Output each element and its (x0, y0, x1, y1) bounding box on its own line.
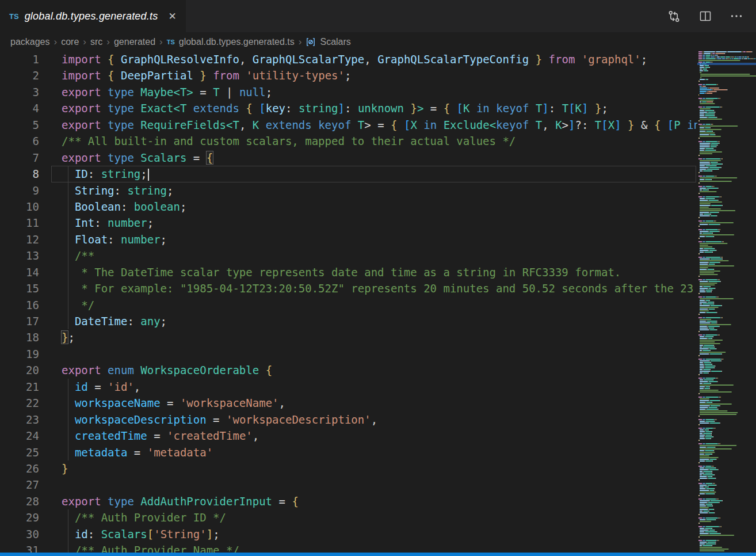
line-number[interactable]: 3 (0, 84, 39, 100)
code-line-1[interactable]: 1import { GraphQLResolveInfo, GraphQLSca… (0, 51, 697, 67)
line-number[interactable]: 18 (0, 329, 39, 345)
indent-guide (68, 379, 68, 395)
line-number[interactable]: 29 (0, 509, 39, 525)
code-line-30[interactable]: 30 id: Scalars['String']; (0, 526, 697, 542)
line-number[interactable]: 28 (0, 493, 39, 509)
code-text: String: string; (62, 182, 174, 199)
indent-guide (68, 526, 68, 542)
code-text: /** (62, 247, 94, 264)
code-editor: 1import { GraphQLResolveInfo, GraphQLSca… (0, 51, 756, 556)
code-text: /** Auth Provider ID */ (62, 509, 226, 525)
chevron-right-icon: › (106, 36, 110, 48)
code-text: import { DeepPartial } from 'utility-typ… (62, 67, 351, 83)
line-number[interactable]: 30 (0, 526, 39, 542)
line-number[interactable]: 1 (0, 51, 39, 67)
code-line-7[interactable]: 7export type Scalars = { (0, 150, 697, 166)
code-text: export type AddAuthProviderInput = { (62, 493, 299, 509)
code-viewport[interactable]: 1import { GraphQLResolveInfo, GraphQLSca… (0, 51, 697, 556)
breadcrumb-item-packages[interactable]: packages (10, 37, 50, 47)
line-number[interactable]: 9 (0, 182, 39, 199)
code-line-11[interactable]: 11 Int: number; (0, 215, 697, 231)
line-number[interactable]: 22 (0, 395, 39, 411)
code-line-25[interactable]: 25 metadata = 'metadata' (0, 444, 697, 460)
indent-guide (68, 280, 68, 296)
breadcrumb-item-core[interactable]: core (61, 37, 79, 47)
code-line-9[interactable]: 9 String: string; (0, 182, 697, 199)
code-line-28[interactable]: 28export type AddAuthProviderInput = { (0, 493, 697, 509)
line-number[interactable]: 8 (0, 166, 39, 182)
code-line-5[interactable]: 5export type RequireFields<T, K extends … (0, 117, 697, 133)
line-number[interactable]: 27 (0, 477, 39, 493)
code-text: /** All built-in and custom scalars, map… (62, 133, 516, 149)
line-number[interactable]: 15 (0, 280, 39, 296)
code-line-10[interactable]: 10 Boolean: boolean; (0, 199, 697, 215)
code-line-2[interactable]: 2import { DeepPartial } from 'utility-ty… (0, 67, 697, 83)
line-number[interactable]: 2 (0, 67, 39, 83)
code-text: export type Scalars = { (62, 150, 213, 166)
code-line-13[interactable]: 13 /** (0, 247, 697, 264)
code-text: export type RequireFields<T, K extends k… (62, 117, 697, 133)
code-line-26[interactable]: 26} (0, 460, 697, 477)
code-line-3[interactable]: 3export type Maybe<T> = T | null; (0, 84, 697, 100)
line-number[interactable]: 7 (0, 150, 39, 166)
code-line-20[interactable]: 20export enum WorkspaceOrderable { (0, 362, 697, 378)
code-line-12[interactable]: 12 Float: number; (0, 231, 697, 247)
code-line-24[interactable]: 24 createdTime = 'createdTime', (0, 428, 697, 444)
close-icon[interactable]: ✕ (168, 12, 176, 21)
line-number[interactable]: 11 (0, 215, 39, 231)
code-text: export type Exact<T extends { [key: stri… (62, 100, 608, 116)
breadcrumb-item-file[interactable]: global.db.types.generated.ts (179, 37, 295, 47)
breadcrumb-item-generated[interactable]: generated (114, 37, 155, 47)
code-text: * For example: "1985-04-12T23:20:50.52Z"… (62, 280, 693, 296)
indent-guide (68, 444, 68, 460)
line-number[interactable]: 5 (0, 117, 39, 133)
editor-actions (667, 0, 756, 32)
code-line-18[interactable]: 18}; (0, 329, 697, 345)
code-line-6[interactable]: 6/** All built-in and custom scalars, ma… (0, 133, 697, 149)
code-line-19[interactable]: 19 (0, 346, 697, 362)
line-number[interactable]: 25 (0, 444, 39, 460)
line-number[interactable]: 16 (0, 297, 39, 313)
line-number[interactable]: 12 (0, 231, 39, 247)
indent-guide (68, 215, 68, 231)
code-line-23[interactable]: 23 workspaceDescription = 'workspaceDesc… (0, 412, 697, 428)
breadcrumb-item-symbol[interactable]: Scalars (320, 37, 350, 47)
code-text: workspaceName = 'workspaceName', (62, 395, 285, 411)
line-number[interactable]: 17 (0, 313, 39, 329)
split-editor-icon[interactable] (698, 9, 712, 23)
line-number[interactable]: 19 (0, 346, 39, 362)
code-line-21[interactable]: 21 id = 'id', (0, 379, 697, 395)
code-text: workspaceDescription = 'workspaceDescrip… (62, 412, 377, 428)
chevron-right-icon: › (54, 36, 58, 48)
line-number[interactable]: 10 (0, 199, 39, 215)
chevron-right-icon: › (83, 36, 86, 48)
line-number[interactable]: 14 (0, 264, 39, 280)
code-line-14[interactable]: 14 * The DateTime scalar type represents… (0, 264, 697, 280)
code-line-4[interactable]: 4export type Exact<T extends { [key: str… (0, 100, 697, 116)
line-number[interactable]: 4 (0, 100, 39, 116)
chevron-right-icon: › (159, 36, 163, 48)
code-text: metadata = 'metadata' (62, 444, 213, 460)
code-line-27[interactable]: 27 (0, 477, 697, 493)
code-line-22[interactable]: 22 workspaceName = 'workspaceName', (0, 395, 697, 411)
code-line-16[interactable]: 16 */ (0, 297, 697, 313)
line-number[interactable]: 24 (0, 428, 39, 444)
line-number[interactable]: 26 (0, 460, 39, 477)
code-line-29[interactable]: 29 /** Auth Provider ID */ (0, 509, 697, 525)
breadcrumb-item-src[interactable]: src (90, 37, 102, 47)
tab-global-db-types-generated[interactable]: TS global.db.types.generated.ts ✕ (0, 0, 186, 32)
line-number[interactable]: 23 (0, 412, 39, 428)
open-changes-icon[interactable] (667, 9, 681, 24)
line-number[interactable]: 20 (0, 362, 39, 378)
code-line-15[interactable]: 15 * For example: "1985-04-12T23:20:50.5… (0, 280, 697, 296)
line-number[interactable]: 21 (0, 379, 39, 395)
more-actions-icon[interactable] (730, 9, 743, 23)
code-line-17[interactable]: 17 DateTime: any; (0, 313, 697, 329)
code-text: id = 'id', (62, 379, 140, 395)
line-number[interactable]: 6 (0, 133, 39, 149)
code-line-8[interactable]: 8 ID: string; (0, 166, 697, 182)
line-number[interactable]: 13 (0, 247, 39, 264)
tab-title: global.db.types.generated.ts (25, 10, 158, 22)
minimap[interactable] (697, 51, 756, 553)
code-text: }; (62, 329, 75, 345)
